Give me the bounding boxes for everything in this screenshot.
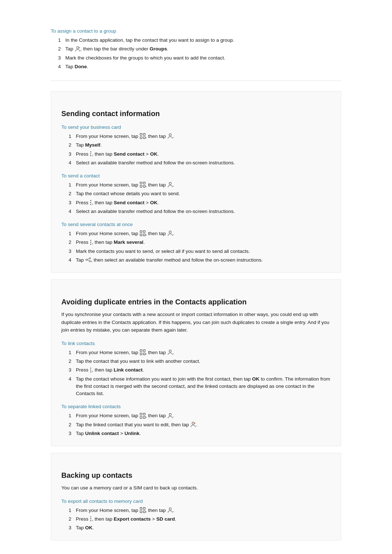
svg-rect-12 [143,185,145,187]
export-contacts-title: To export all contacts to memory card [61,498,331,504]
svg-point-0 [76,46,78,49]
svg-point-42 [169,413,171,415]
menu-icon [90,240,92,245]
link-contacts-steps: From your Home screen, tap , then tap . … [69,349,331,398]
svg-rect-19 [140,234,142,236]
page-content: To assign a contact to a group In the Co… [0,0,392,554]
svg-rect-20 [143,234,145,236]
list-item: Press , then tap Send contact > OK. [69,151,331,158]
svg-point-25 [89,258,90,259]
list-item: Tap the contact whose information you wa… [69,376,331,398]
svg-point-13 [169,182,171,185]
svg-point-36 [90,369,91,370]
send-several-title: To send several contacts at once [61,222,331,227]
svg-point-7 [90,153,91,155]
svg-rect-31 [143,350,145,352]
assign-group-steps: In the Contacts application, tap the con… [58,37,341,70]
send-business-card-steps: From your Home screen, tap , then tap . … [69,133,331,167]
list-item: Tap Unlink contact > Unlink. [69,430,331,437]
svg-point-26 [86,259,87,260]
svg-point-49 [90,517,91,518]
grid-icon [140,349,146,355]
list-item: Press , then tap Mark several. [69,239,331,246]
list-item: Select an available transfer method and … [69,208,331,215]
list-item: Tap Done. [58,63,341,70]
list-item: Tap , then tap the bar directly under Gr… [58,45,341,53]
assign-group-title: To assign a contact to a group [51,28,341,34]
contacts-icon [167,350,173,355]
contacts-icon [167,508,173,513]
list-item: Tap OK. [69,524,331,532]
svg-rect-9 [140,182,142,184]
list-item: Press , then tap Link contact. [69,366,331,374]
svg-point-15 [90,202,91,203]
list-item: From your Home screen, tap , then tap . [69,349,331,356]
svg-point-16 [90,204,91,205]
svg-rect-30 [140,350,142,352]
grid-icon [140,413,146,419]
person-edit-icon [190,422,196,427]
list-item: Tap Myself. [69,141,331,149]
send-contact-block: To send a contact From your Home screen,… [61,173,331,215]
send-several-steps: From your Home screen, tap , then tap . … [69,230,331,264]
menu-icon [90,516,92,521]
svg-rect-2 [143,134,145,135]
svg-point-48 [169,508,171,510]
send-several-block: To send several contacts at once From yo… [61,222,331,264]
grid-icon [140,182,146,188]
svg-rect-17 [140,231,142,233]
separate-contacts-title: To separate linked contacts [61,404,331,409]
grid-icon [140,230,146,236]
separate-contacts-block: To separate linked contacts From your Ho… [61,404,331,437]
svg-point-27 [89,260,90,262]
list-item: Tap the contact that you want to link wi… [69,358,331,365]
list-item: Tap the linked contact that you want to … [69,421,331,428]
svg-point-6 [90,151,91,152]
svg-point-24 [90,244,91,245]
grid-icon [140,133,146,139]
share-icon [85,257,91,262]
svg-rect-38 [140,413,142,415]
menu-icon [90,368,92,373]
svg-rect-33 [143,353,145,355]
list-item: Mark the checkboxes for the groups to wh… [58,54,341,62]
menu-icon [90,151,92,156]
svg-rect-46 [140,511,142,513]
svg-line-28 [87,259,89,259]
svg-point-50 [90,518,91,520]
backup-body: You can use a memory card or a SIM card … [61,484,331,492]
duplicate-body: If you synchronise your contacts with a … [61,311,331,334]
send-contact-steps: From your Home screen, tap , then tap . … [69,181,331,215]
svg-rect-3 [140,137,142,139]
grid-icon [140,507,146,513]
backup-section: Backing up contacts You can use a memory… [51,453,341,541]
svg-rect-11 [140,185,142,187]
backup-title: Backing up contacts [61,471,331,480]
svg-point-34 [169,350,171,352]
svg-point-43 [192,422,194,424]
svg-line-29 [87,260,89,261]
svg-rect-45 [143,508,145,509]
svg-point-51 [90,520,91,521]
list-item: From your Home screen, tap , then tap . [69,230,331,237]
svg-point-14 [90,200,91,201]
duplicate-title: Avoiding duplicate entries in the Contac… [61,298,331,306]
assign-group-section: To assign a contact to a group In the Co… [51,28,341,70]
svg-rect-4 [143,137,145,139]
list-item: Tap , then select an available transfer … [69,257,331,264]
list-item: Select an available transfer method and … [69,159,331,167]
send-contact-title: To send a contact [61,173,331,178]
svg-rect-44 [140,508,142,509]
svg-rect-1 [140,134,142,135]
list-item: Press , then tap Send contact > OK. [69,199,331,206]
menu-icon [90,200,92,205]
separate-contacts-steps: From your Home screen, tap , then tap . … [69,412,331,437]
svg-rect-47 [143,511,145,513]
list-item: Tap the contact whose details you want t… [69,190,331,197]
contacts-icon [167,231,173,236]
send-business-card-block: To send your business card From your Hom… [61,124,331,167]
contacts-icon [167,134,173,139]
sending-section: Sending contact information To send your… [51,91,341,273]
svg-point-23 [90,242,91,243]
link-contacts-block: To link contacts From your Home screen, … [61,341,331,398]
